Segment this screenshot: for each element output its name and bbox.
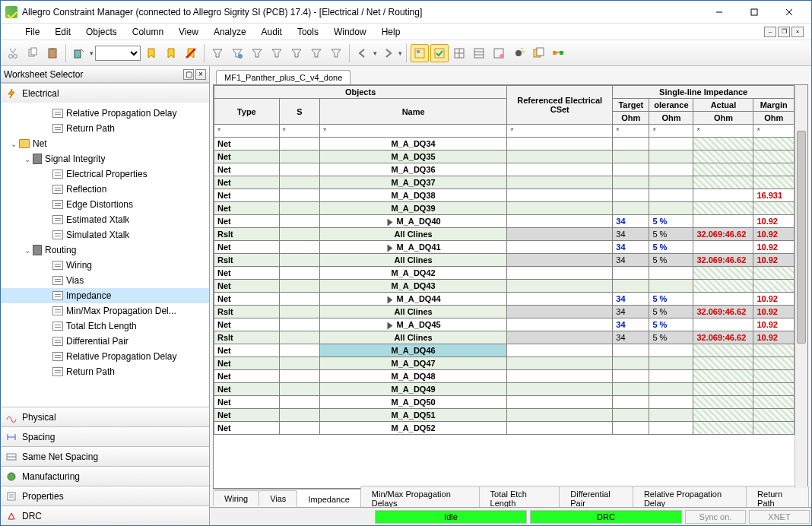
cell-ecset[interactable] <box>507 267 613 280</box>
cell-target[interactable] <box>613 396 649 409</box>
close-button[interactable] <box>772 1 807 24</box>
cell-name[interactable]: M_A_DQ47 <box>320 357 507 370</box>
mdi-minimize-button[interactable]: – <box>764 27 776 37</box>
cell-margin[interactable] <box>753 409 795 422</box>
cell-margin[interactable]: 10.92 <box>753 331 795 344</box>
filter-cell[interactable]: * <box>214 125 280 138</box>
cell-tolerance[interactable]: 5 % <box>649 215 693 228</box>
cell-target[interactable]: 34 <box>613 331 649 344</box>
cell-actual[interactable]: 32.069:46.62 <box>693 254 753 267</box>
cell-name[interactable]: M_A_DQ49 <box>320 383 507 396</box>
cell-tolerance[interactable] <box>649 280 693 293</box>
cell-tolerance[interactable] <box>649 383 693 396</box>
table-row[interactable]: RsltAll Clines345 %32.069:46.6210.92 <box>214 331 795 344</box>
table-row[interactable]: NetM_A_DQ44345 %10.92 <box>214 293 795 306</box>
cell-target[interactable] <box>613 202 649 215</box>
cell-tolerance[interactable] <box>649 138 693 151</box>
col-actual[interactable]: Actual <box>693 99 753 112</box>
cell-margin[interactable]: 10.92 <box>753 293 795 306</box>
status-sync-button[interactable]: Sync on. <box>685 510 746 524</box>
cell-margin[interactable] <box>753 267 795 280</box>
table-row[interactable]: NetM_A_DQ41345 %10.92 <box>214 241 795 254</box>
cell-actual[interactable] <box>693 370 753 383</box>
cell-target[interactable]: 34 <box>613 293 649 306</box>
table-row[interactable]: RsltAll Clines345 %32.069:46.6210.92 <box>214 228 795 241</box>
menu-audit[interactable]: Audit <box>254 25 290 39</box>
cell-ecset[interactable] <box>507 422 613 435</box>
cell-tolerance[interactable] <box>649 267 693 280</box>
cell-tolerance[interactable] <box>649 176 693 189</box>
cell-s[interactable] <box>279 241 319 254</box>
cell-ecset[interactable] <box>507 396 613 409</box>
category-physical[interactable]: Physical <box>1 407 209 426</box>
cell-target[interactable]: 34 <box>613 306 649 318</box>
cell-actual[interactable] <box>693 202 753 215</box>
cell-type[interactable]: Net <box>214 409 280 422</box>
cell-ecset[interactable] <box>507 241 613 254</box>
cell-name[interactable]: M_A_DQ38 <box>320 189 507 202</box>
cell-margin[interactable] <box>753 396 795 409</box>
unit-actual[interactable]: Ohm <box>693 112 753 125</box>
cell-target[interactable] <box>613 422 649 435</box>
cell-name[interactable]: M_A_DQ40 <box>320 215 507 228</box>
cell-s[interactable] <box>279 176 319 189</box>
cell-type[interactable]: Net <box>214 138 280 151</box>
grid-button-3[interactable] <box>490 44 508 62</box>
cell-target[interactable] <box>613 138 649 151</box>
col-tolerance[interactable]: olerance <box>649 99 693 112</box>
tree-item[interactable]: Vias <box>1 273 209 288</box>
cell-s[interactable] <box>279 215 319 228</box>
table-row[interactable]: NetM_A_DQ43 <box>214 280 795 293</box>
cell-ecset[interactable] <box>507 254 613 267</box>
col-objects[interactable]: Objects <box>214 86 507 99</box>
cell-actual[interactable] <box>693 280 753 293</box>
tree-item[interactable]: Wiring <box>1 258 209 273</box>
cell-type[interactable]: Net <box>214 293 280 306</box>
cell-margin[interactable] <box>753 357 795 370</box>
cell-margin[interactable]: 10.92 <box>753 215 795 228</box>
cell-s[interactable] <box>279 344 319 357</box>
cell-margin[interactable]: 10.92 <box>753 241 795 254</box>
unit-margin[interactable]: Ohm <box>753 112 795 125</box>
table-row[interactable]: NetM_A_DQ34 <box>214 138 795 151</box>
cell-name[interactable]: M_A_DQ43 <box>320 280 507 293</box>
nav-back-button[interactable] <box>354 44 372 62</box>
cell-tolerance[interactable]: 5 % <box>649 241 693 254</box>
cell-ecset[interactable] <box>507 383 613 396</box>
scrollbar-thumb[interactable] <box>797 131 806 344</box>
cell-s[interactable] <box>279 189 319 202</box>
cell-actual[interactable] <box>693 215 753 228</box>
cell-type[interactable]: Net <box>214 357 280 370</box>
cell-ecset[interactable] <box>507 189 613 202</box>
table-row[interactable]: RsltAll Clines345 %32.069:46.6210.92 <box>214 254 795 267</box>
cell-ecset[interactable] <box>507 163 613 176</box>
cell-actual[interactable] <box>693 163 753 176</box>
grid-button-1[interactable] <box>450 44 468 62</box>
minimize-button[interactable] <box>702 1 737 24</box>
tree-item-si[interactable]: ⌄Signal Integrity <box>1 151 209 166</box>
cell-tolerance[interactable] <box>649 202 693 215</box>
cell-s[interactable] <box>279 254 319 267</box>
filter-button-5[interactable] <box>287 44 306 62</box>
cell-actual[interactable] <box>693 318 753 331</box>
table-row[interactable]: NetM_A_DQ46 <box>214 344 795 357</box>
cell-margin[interactable] <box>753 422 795 435</box>
menu-edit[interactable]: Edit <box>47 25 78 39</box>
copy-button[interactable] <box>24 44 42 62</box>
menu-help[interactable]: Help <box>374 25 408 39</box>
cell-target[interactable] <box>613 280 649 293</box>
cell-tolerance[interactable]: 5 % <box>649 254 693 267</box>
category-manufacturing[interactable]: Manufacturing <box>1 466 209 486</box>
category-samenet[interactable]: Same Net Spacing <box>1 446 209 466</box>
cell-target[interactable] <box>613 267 649 280</box>
filter-cell[interactable]: * <box>279 125 319 138</box>
cell-ecset[interactable] <box>507 176 613 189</box>
cell-s[interactable] <box>279 383 319 396</box>
cell-ecset[interactable] <box>507 202 613 215</box>
cell-ecset[interactable] <box>507 409 613 422</box>
cell-name[interactable]: M_A_DQ35 <box>320 151 507 163</box>
table-row[interactable]: NetM_A_DQ40345 %10.92 <box>214 215 795 228</box>
cell-name[interactable]: M_A_DQ36 <box>320 163 507 176</box>
cell-ecset[interactable] <box>507 215 613 228</box>
table-row[interactable]: NetM_A_DQ48 <box>214 370 795 383</box>
